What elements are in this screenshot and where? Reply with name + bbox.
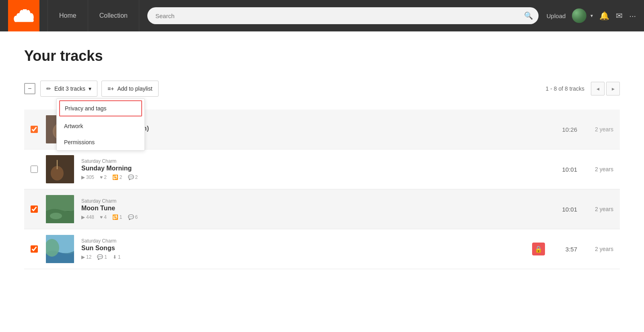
comment-stat: 💬 6 [128, 214, 138, 220]
pencil-icon: ✏ [46, 85, 51, 92]
comment-stat: 💬 1 [97, 254, 107, 260]
table-row: Saturday Charm Sun Songs ▶ 12 💬 1 ⬇ 1 🔒 … [24, 229, 620, 269]
user-menu[interactable]: ▾ [572, 8, 593, 23]
track-info: Saturday Charm Moon Tune ▶ 448 ♥ 4 🔁 1 💬… [81, 198, 557, 220]
track-info: Saturday Charm Sun Songs ▶ 12 💬 1 ⬇ 1 [81, 238, 532, 260]
logo[interactable] [8, 0, 39, 31]
play-icon: ▶ [81, 214, 85, 220]
main-content: Your tracks − ✏ Edit 3 tracks ▾ Privacy … [0, 31, 644, 269]
track-count: 1 - 8 of 8 tracks [546, 85, 584, 92]
track-meta: 🔒 3:57 2 years [532, 243, 613, 255]
add-playlist-icon: ≡+ [107, 85, 114, 92]
play-stat: ▶ 305 [81, 174, 94, 180]
more-options-icon[interactable]: ··· [629, 11, 636, 21]
track-age: 2 years [589, 206, 613, 212]
collapse-button[interactable]: − [24, 83, 35, 94]
track-duration: 10:26 [557, 126, 577, 133]
svg-rect-6 [14, 19, 34, 22]
track-title: Sun Songs [81, 245, 532, 252]
edit-tracks-label: Edit 3 tracks [54, 85, 85, 92]
pagination: ◂ ▸ [591, 82, 620, 95]
track-stats: ▶ 12 💬 1 ⬇ 1 [81, 254, 532, 260]
track-title: Moon Tune [81, 205, 557, 212]
track-stats: ▶ 305 ♥ 2 🔁 2 💬 2 [81, 174, 557, 180]
track-age: 2 years [589, 246, 613, 252]
svg-point-20 [50, 213, 62, 219]
track-meta: 10:26 2 years [557, 126, 613, 133]
notifications-bell-icon[interactable]: 🔔 [599, 11, 609, 21]
track-title: (hidden by dropdown) [81, 125, 557, 132]
play-stat: ▶ 448 [81, 214, 94, 220]
comment-icon: 💬 [128, 174, 134, 180]
comment-stat: 💬 2 [128, 174, 138, 180]
track-thumbnail [46, 235, 74, 263]
edit-dropdown-container: ✏ Edit 3 tracks ▾ Privacy and tags Artwo… [40, 81, 97, 97]
repost-icon: 🔁 [112, 174, 118, 180]
track-info: Saturday Charm (hidden by dropdown) 🔁 1 … [81, 118, 557, 140]
repost-stat: 🔁 1 [112, 214, 122, 220]
heart-icon: ♥ [100, 214, 103, 220]
edit-tracks-button[interactable]: ✏ Edit 3 tracks ▾ [40, 81, 97, 97]
messages-mail-icon[interactable]: ✉ [616, 11, 623, 21]
track-artist: Saturday Charm [81, 238, 532, 244]
edit-dropdown-menu: Privacy and tags Artwork Permissions [56, 98, 145, 151]
add-to-playlist-button[interactable]: ≡+ Add to playlist [101, 81, 159, 97]
track-checkbox[interactable] [31, 245, 38, 253]
dropdown-privacy-tags[interactable]: Privacy and tags [59, 100, 142, 116]
prev-page-button[interactable]: ◂ [591, 82, 605, 95]
next-page-button[interactable]: ▸ [606, 82, 620, 95]
main-header: Home Collection 🔍 Upload ▾ 🔔 ✉ ··· [0, 0, 644, 31]
track-age: 2 years [589, 126, 613, 133]
nav-home[interactable]: Home [47, 0, 88, 31]
comment-icon: 💬 [128, 214, 134, 220]
download-stat: ⬇ 1 [113, 254, 121, 260]
thumb-art [46, 195, 74, 223]
play-stat: ▶ 12 [81, 254, 91, 260]
track-info: Saturday Charm Sunday Morning ▶ 305 ♥ 2 … [81, 158, 557, 180]
heart-icon: ♥ [100, 174, 103, 180]
track-duration: 3:57 [557, 246, 577, 253]
repost-stat: 🔁 2 [112, 174, 122, 180]
thumb-art [46, 155, 74, 183]
track-age: 2 years [589, 166, 613, 172]
search-input[interactable] [147, 7, 539, 24]
track-title: Sunday Morning [81, 165, 557, 172]
header-right: Upload ▾ 🔔 ✉ ··· [547, 8, 636, 23]
add-playlist-label: Add to playlist [117, 85, 152, 92]
track-meta: 10:01 2 years [557, 166, 613, 173]
toolbar: − ✏ Edit 3 tracks ▾ Privacy and tags Art… [24, 81, 620, 97]
track-thumbnail [46, 155, 74, 183]
main-nav: Home Collection [47, 0, 139, 31]
table-row: Saturday Charm Sunday Morning ▶ 305 ♥ 2 … [24, 149, 620, 189]
download-icon: ⬇ [113, 254, 117, 260]
thumb-art [46, 235, 74, 263]
avatar [572, 8, 586, 23]
track-meta: 10:01 2 years [557, 206, 613, 213]
like-stat: ♥ 2 [100, 174, 107, 180]
table-row: Saturday Charm Moon Tune ▶ 448 ♥ 4 🔁 1 💬… [24, 189, 620, 229]
edit-chevron-icon: ▾ [89, 85, 91, 92]
track-thumbnail [46, 195, 74, 223]
play-icon: ▶ [81, 174, 85, 180]
page-title: Your tracks [24, 48, 620, 64]
dropdown-permissions[interactable]: Permissions [57, 134, 144, 150]
track-duration: 10:01 [557, 206, 577, 213]
track-stats: 🔁 1 💬 5 [81, 135, 557, 140]
soundcloud-logo [13, 9, 34, 22]
dropdown-artwork[interactable]: Artwork [57, 118, 144, 134]
track-stats: ▶ 448 ♥ 4 🔁 1 💬 6 [81, 214, 557, 220]
track-checkbox[interactable] [31, 205, 38, 213]
track-checkbox[interactable] [31, 166, 38, 173]
upload-button[interactable]: Upload [547, 12, 566, 19]
avatar-chevron-icon[interactable]: ▾ [590, 13, 593, 19]
track-checkbox[interactable] [31, 126, 38, 133]
play-icon: ▶ [81, 254, 85, 260]
search-area: 🔍 [147, 7, 539, 24]
search-button[interactable]: 🔍 [524, 11, 533, 20]
nav-collection[interactable]: Collection [88, 0, 139, 31]
like-stat: ♥ 4 [100, 214, 107, 220]
track-artist: Saturday Charm [81, 118, 557, 124]
lock-icon: 🔒 [532, 243, 545, 255]
track-artist: Saturday Charm [81, 158, 557, 164]
track-duration: 10:01 [557, 166, 577, 173]
